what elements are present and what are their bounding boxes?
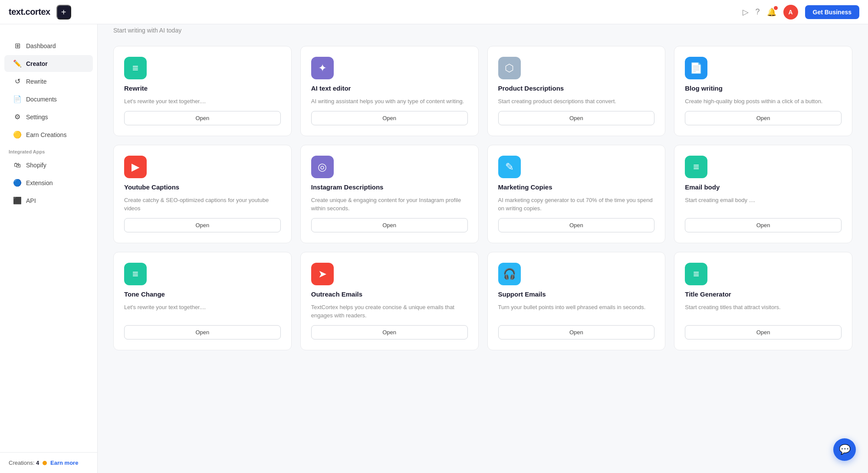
- template-card-outreach-emails[interactable]: ➤Outreach EmailsTextCortex helps you cre…: [300, 252, 479, 350]
- template-desc: Let's rewrite your text together....: [124, 97, 281, 106]
- sidebar-item-dashboard[interactable]: ⊞ Dashboard: [4, 37, 93, 54]
- earn-more-button[interactable]: Earn more: [50, 460, 78, 466]
- open-button-outreach-emails[interactable]: Open: [311, 325, 468, 339]
- template-title: Blog writing: [685, 85, 842, 92]
- template-icon-instagram-descriptions: ◎: [311, 156, 334, 178]
- template-card-youtube-captions[interactable]: ▶Youtube CaptionsCreate catchy & SEO-opt…: [113, 145, 292, 243]
- rewrite-icon: ↺: [13, 77, 22, 85]
- open-button-instagram-descriptions[interactable]: Open: [311, 218, 468, 232]
- template-icon-youtube-captions: ▶: [124, 156, 147, 178]
- template-title: Product Descriptions: [498, 85, 655, 92]
- sidebar-item-label: Extension: [26, 179, 53, 186]
- template-desc: AI writing assistant helps you with any …: [311, 97, 468, 106]
- open-button-tone-change[interactable]: Open: [124, 325, 281, 339]
- template-card-instagram-descriptions[interactable]: ◎Instagram DescriptionsCreate unique & e…: [300, 145, 479, 243]
- sidebar-item-documents[interactable]: 📄 Documents: [4, 91, 93, 108]
- template-desc: Start creating product descriptions that…: [498, 97, 655, 106]
- open-button-ai-text-editor[interactable]: Open: [311, 111, 468, 125]
- open-button-email-body[interactable]: Open: [685, 218, 842, 232]
- sidebar-item-label: Shopify: [26, 162, 46, 169]
- template-desc: Create high-quality blog posts within a …: [685, 97, 842, 106]
- notification-dot: [774, 6, 778, 10]
- template-card-product-descriptions[interactable]: ⬡Product DescriptionsStart creating prod…: [487, 46, 666, 136]
- template-desc: TextCortex helps you create concise & un…: [311, 303, 468, 320]
- open-button-title-generator[interactable]: Open: [685, 325, 842, 339]
- main-content: Select a template Start writing with AI …: [98, 0, 868, 473]
- template-icon-title-generator: ≡: [685, 263, 707, 285]
- template-title: Instagram Descriptions: [311, 183, 468, 191]
- template-card-ai-text-editor[interactable]: ✦AI text editorAI writing assistant help…: [300, 46, 479, 136]
- template-title: Outreach Emails: [311, 290, 468, 298]
- template-card-tone-change[interactable]: ≡Tone ChangeLet's rewrite your text toge…: [113, 252, 292, 350]
- avatar[interactable]: A: [783, 5, 798, 20]
- documents-icon: 📄: [13, 95, 22, 103]
- sidebar-item-label: Creator: [26, 60, 48, 67]
- open-button-rewrite[interactable]: Open: [124, 111, 281, 125]
- template-grid: ≡RewriteLet's rewrite your text together…: [113, 46, 852, 350]
- sidebar-item-earn-creations[interactable]: 🟡 Earn Creations: [4, 126, 93, 143]
- open-button-marketing-copies[interactable]: Open: [498, 218, 655, 232]
- sidebar-item-api[interactable]: ⬛ API: [4, 192, 93, 209]
- settings-icon: ⚙: [13, 113, 22, 121]
- open-button-product-descriptions[interactable]: Open: [498, 111, 655, 125]
- template-icon-blog-writing: 📄: [685, 57, 707, 79]
- shopify-icon: 🛍: [13, 161, 22, 169]
- earn-creations-icon: 🟡: [13, 130, 22, 139]
- template-card-title-generator[interactable]: ≡Title GeneratorStart creating titles th…: [674, 252, 852, 350]
- new-button[interactable]: +: [56, 5, 71, 20]
- template-title: Marketing Copies: [498, 183, 655, 191]
- sidebar-item-extension[interactable]: 🔵 Extension: [4, 174, 93, 191]
- template-title: Email body: [685, 183, 842, 191]
- template-icon-ai-text-editor: ✦: [311, 57, 334, 79]
- template-icon-outreach-emails: ➤: [311, 263, 334, 285]
- sidebar-item-label: Dashboard: [26, 42, 56, 49]
- creations-label: Creations: 4: [9, 460, 39, 466]
- open-button-youtube-captions[interactable]: Open: [124, 218, 281, 232]
- sidebar-item-settings[interactable]: ⚙ Settings: [4, 108, 93, 125]
- sidebar-item-rewrite[interactable]: ↺ Rewrite: [4, 73, 93, 90]
- template-icon-marketing-copies: ✎: [498, 156, 521, 178]
- page-subtitle: Start writing with AI today: [113, 27, 852, 34]
- logo: text.cortex: [9, 7, 50, 17]
- integrated-apps-label: Integrated Apps: [0, 144, 97, 156]
- sidebar-item-label: API: [26, 197, 36, 204]
- template-card-email-body[interactable]: ≡Email bodyStart creating email body ...…: [674, 145, 852, 243]
- template-title: AI text editor: [311, 85, 468, 92]
- creations-count: 4: [36, 460, 39, 466]
- template-icon-product-descriptions: ⬡: [498, 57, 521, 79]
- template-desc: Create catchy & SEO-optimized captions f…: [124, 196, 281, 213]
- template-card-support-emails[interactable]: 🎧Support EmailsTurn your bullet points i…: [487, 252, 666, 350]
- sidebar-item-label: Rewrite: [26, 78, 46, 85]
- template-icon-support-emails: 🎧: [498, 263, 521, 285]
- template-desc: Turn your bullet points into well phrase…: [498, 303, 655, 320]
- help-icon[interactable]: ?: [756, 7, 760, 16]
- play-icon[interactable]: ▷: [743, 7, 749, 17]
- chat-bubble-button[interactable]: 💬: [833, 438, 856, 461]
- open-button-blog-writing[interactable]: Open: [685, 111, 842, 125]
- get-business-button[interactable]: Get Business: [805, 5, 859, 19]
- sidebar-nav: ⊞ Dashboard ✏️ Creator ↺ Rewrite 📄 Docum…: [0, 31, 97, 452]
- sidebar-item-creator[interactable]: ✏️ Creator: [4, 55, 93, 72]
- template-desc: Start creating titles that attract visit…: [685, 303, 842, 320]
- sidebar-bottom: Creations: 4 Earn more: [0, 452, 97, 473]
- template-desc: Start creating email body ....: [685, 196, 842, 213]
- notification-icon[interactable]: 🔔: [767, 7, 776, 17]
- earn-dot-icon: [43, 461, 47, 465]
- template-icon-tone-change: ≡: [124, 263, 147, 285]
- sidebar-item-label: Documents: [26, 96, 57, 103]
- template-desc: Create unique & engaging content for you…: [311, 196, 468, 213]
- template-title: Youtube Captions: [124, 183, 281, 191]
- template-card-blog-writing[interactable]: 📄Blog writingCreate high-quality blog po…: [674, 46, 852, 136]
- creator-icon: ✏️: [13, 59, 22, 68]
- template-card-marketing-copies[interactable]: ✎Marketing CopiesAI marketing copy gener…: [487, 145, 666, 243]
- template-card-rewrite[interactable]: ≡RewriteLet's rewrite your text together…: [113, 46, 292, 136]
- sidebar-item-shopify[interactable]: 🛍 Shopify: [4, 157, 93, 173]
- sidebar: ⊞ Dashboard ✏️ Creator ↺ Rewrite 📄 Docum…: [0, 0, 98, 473]
- template-desc: Let's rewrite your text together....: [124, 303, 281, 320]
- open-button-support-emails[interactable]: Open: [498, 325, 655, 339]
- template-icon-rewrite: ≡: [124, 57, 147, 79]
- header-right: ▷ ? 🔔 A Get Business: [743, 5, 860, 20]
- template-title: Title Generator: [685, 290, 842, 298]
- sidebar-item-label: Settings: [26, 114, 48, 121]
- template-desc: AI marketing copy generator to cut 70% o…: [498, 196, 655, 213]
